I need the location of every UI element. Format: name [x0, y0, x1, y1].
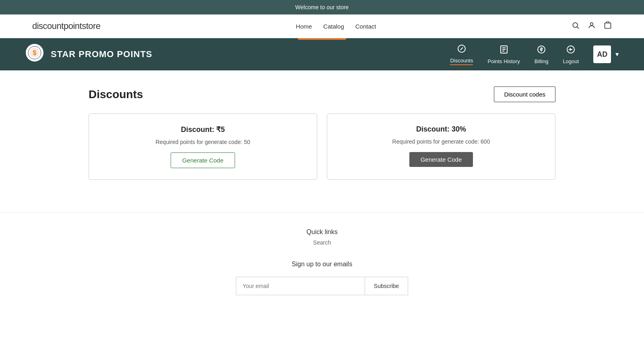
- discount-card-2: Discount: 30% Required points for genera…: [327, 113, 555, 180]
- signup-title: Sign up to our emails: [292, 261, 352, 268]
- email-input[interactable]: [236, 277, 365, 295]
- nav-home[interactable]: Home: [296, 23, 312, 30]
- promo-title: STAR PROMO POINTS: [51, 49, 153, 60]
- cart-icon[interactable]: [604, 21, 612, 31]
- svg-point-2: [590, 23, 593, 25]
- account-icon[interactable]: [588, 21, 596, 31]
- discount-codes-button[interactable]: Discount codes: [494, 86, 555, 102]
- generate-code-button-2[interactable]: Generate Code: [409, 152, 473, 167]
- points-history-icon: [499, 45, 509, 57]
- user-avatar-group[interactable]: AD ▼: [593, 45, 620, 63]
- promo-logo: $ STAR PROMO POINTS: [24, 44, 153, 65]
- quick-links-section: Quick links Search: [306, 228, 337, 246]
- promo-nav-points-history[interactable]: Points History: [487, 45, 520, 64]
- main-content: Discounts Discount codes Discount: ₹5 Re…: [0, 70, 644, 196]
- quick-links-title: Quick links: [306, 228, 337, 236]
- logout-icon: [566, 45, 576, 57]
- subscribe-button[interactable]: Subscribe: [365, 277, 408, 295]
- promo-nav-logout[interactable]: Logout: [563, 45, 579, 64]
- promo-nav-discounts-label: Discounts: [450, 58, 473, 64]
- generate-code-button-1[interactable]: Generate Code: [171, 152, 235, 168]
- discounts-header: Discounts Discount codes: [89, 86, 555, 102]
- nav-contact[interactable]: Contact: [355, 23, 376, 30]
- discount-card-1: Discount: ₹5 Required points for generat…: [89, 113, 317, 180]
- search-icon[interactable]: [572, 21, 580, 31]
- promo-logo-icon: $: [24, 44, 45, 65]
- svg-line-1: [577, 27, 579, 29]
- discount-card-2-title: Discount: 30%: [416, 125, 466, 134]
- footer-search-link[interactable]: Search: [313, 239, 331, 246]
- discount-card-1-title: Discount: ₹5: [181, 125, 225, 134]
- discounts-icon: [457, 44, 466, 56]
- user-initials: AD: [597, 50, 607, 59]
- main-nav: discountpointstore Home Catalog Contact: [0, 14, 644, 38]
- site-logo[interactable]: discountpointstore: [32, 21, 101, 31]
- promo-nav-points-label: Points History: [487, 58, 520, 64]
- promo-bar: $ STAR PROMO POINTS Discounts: [0, 38, 644, 70]
- footer: Quick links Search Sign up to our emails…: [0, 212, 644, 311]
- page-title: Discounts: [89, 88, 143, 101]
- promo-nav-discounts[interactable]: Discounts: [450, 44, 473, 65]
- chevron-down-icon[interactable]: ▼: [614, 51, 620, 58]
- discount-card-1-desc: Required points for generate code: 50: [155, 139, 250, 145]
- promo-nav-billing[interactable]: Billing: [535, 45, 549, 64]
- svg-text:$: $: [33, 49, 37, 56]
- announcement-bar: Welcome to our store: [0, 0, 644, 14]
- email-row: Subscribe: [236, 277, 408, 295]
- billing-icon: [537, 45, 546, 57]
- discount-cards: Discount: ₹5 Required points for generat…: [89, 113, 555, 180]
- svg-rect-3: [605, 23, 611, 28]
- email-signup-section: Sign up to our emails Subscribe: [236, 261, 408, 295]
- nav-links: Home Catalog Contact: [296, 23, 376, 30]
- promo-nav: Discounts Points History Bil: [450, 44, 620, 65]
- user-avatar[interactable]: AD: [593, 45, 611, 63]
- active-indicator: [298, 38, 346, 40]
- promo-nav-billing-label: Billing: [535, 58, 549, 64]
- nav-catalog[interactable]: Catalog: [323, 23, 344, 30]
- discount-card-2-desc: Required points for generate code: 600: [392, 138, 490, 145]
- nav-icons: [572, 21, 612, 31]
- svg-point-0: [573, 23, 578, 27]
- promo-nav-logout-label: Logout: [563, 58, 579, 64]
- announcement-text: Welcome to our store: [295, 4, 349, 10]
